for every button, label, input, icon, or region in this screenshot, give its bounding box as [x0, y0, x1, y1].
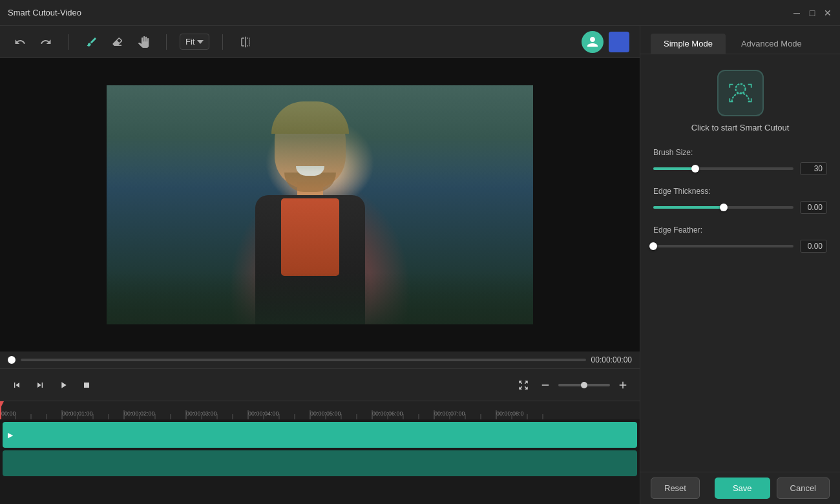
bg-trees: [107, 85, 533, 189]
undo-button[interactable]: [10, 32, 30, 52]
close-button[interactable]: ✕: [823, 8, 832, 17]
edge-thickness-control: Edge Thickness: 0.00: [653, 187, 827, 214]
history-tools: [10, 32, 56, 52]
reset-button[interactable]: Reset: [651, 478, 700, 499]
brush-size-label: Brush Size:: [653, 148, 827, 157]
brush-size-slider[interactable]: [653, 167, 793, 170]
zoom-in-button[interactable]: [614, 376, 632, 394]
cutout-label: Click to start Smart Cutout: [691, 123, 790, 132]
video-canvas: [0, 58, 640, 352]
separator-2: [166, 34, 167, 50]
seek-row: 00:00:00:00: [0, 352, 640, 368]
editor-panel: Fit: [0, 26, 640, 504]
right-panel: Simple Mode Advanced Mode Click to start…: [640, 26, 840, 504]
brush-size-fill: [653, 167, 695, 170]
separator-3: [222, 34, 223, 50]
edge-feather-value[interactable]: 0.00: [800, 240, 827, 253]
brush-size-value[interactable]: 30: [800, 162, 827, 175]
svg-rect-0: [84, 383, 89, 388]
zoom-controls: [514, 376, 632, 394]
advanced-mode-tab[interactable]: Advanced Mode: [728, 34, 815, 54]
edge-thickness-label: Edge Thickness:: [653, 187, 827, 196]
seek-bar[interactable]: [21, 359, 586, 361]
redo-button[interactable]: [36, 32, 56, 52]
fit-label: Fit: [185, 37, 194, 47]
edge-thickness-slider-row: 0.00: [653, 201, 827, 214]
edge-thickness-value[interactable]: 0.00: [800, 201, 827, 214]
cancel-button[interactable]: Cancel: [777, 478, 830, 499]
audio-track[interactable]: [3, 450, 637, 476]
bottom-bar: Reset Save Cancel: [640, 472, 840, 504]
fit-dropdown[interactable]: Fit: [180, 34, 209, 50]
video-track[interactable]: ▶: [3, 422, 637, 448]
blue-color-button[interactable]: [609, 32, 629, 52]
time-display: 00:00:00:00: [591, 355, 632, 364]
video-track-icon: ▶: [8, 431, 13, 439]
action-buttons: Save Cancel: [715, 478, 830, 499]
brush-size-slider-row: 30: [653, 162, 827, 175]
spacer: [640, 258, 840, 472]
zoom-handle[interactable]: [581, 382, 587, 388]
brush-size-thumb[interactable]: [691, 165, 699, 173]
smart-cutout-button[interactable]: [717, 70, 764, 116]
timeline-ruler[interactable]: 00:00 00:00:01:00 00:00:02:00 00:00:03:0…: [0, 401, 640, 419]
edge-feather-label: Edge Feather:: [653, 226, 827, 235]
pan-button[interactable]: [134, 32, 153, 52]
save-button[interactable]: Save: [715, 478, 770, 499]
expand-button[interactable]: [514, 376, 532, 394]
edge-feather-slider-row: 0.00: [653, 240, 827, 253]
person-color-button[interactable]: [582, 31, 604, 53]
edge-thickness-thumb[interactable]: [720, 204, 728, 211]
edge-thickness-slider[interactable]: [653, 206, 793, 209]
bg-ground: [107, 273, 533, 324]
toolbar: Fit: [0, 26, 640, 58]
separator-1: [68, 34, 69, 50]
edge-feather-thumb[interactable]: [649, 242, 657, 250]
zoom-slider[interactable]: [558, 384, 610, 386]
minimize-button[interactable]: ─: [792, 8, 801, 17]
stop-button[interactable]: [78, 376, 96, 394]
simple-mode-tab[interactable]: Simple Mode: [651, 34, 726, 54]
mode-tabs: Simple Mode Advanced Mode: [640, 26, 840, 54]
timeline-area: 00:00 00:00:01:00 00:00:02:00 00:00:03:0…: [0, 401, 640, 504]
svg-point-37: [735, 84, 745, 94]
edge-feather-slider[interactable]: [653, 245, 793, 247]
main-content: Fit: [0, 26, 840, 504]
maximize-button[interactable]: □: [808, 8, 817, 17]
play-slow-button[interactable]: [31, 376, 49, 394]
cutout-icon-area: Click to start Smart Cutout: [640, 54, 840, 143]
video-frame: [107, 85, 533, 324]
titlebar: Smart Cutout-Video ─ □ ✕: [0, 0, 840, 26]
tick-marks: [0, 401, 640, 419]
seek-handle[interactable]: [8, 356, 16, 364]
controls-section: Brush Size: 30 Edge Thickness:: [640, 143, 840, 258]
play-button[interactable]: [54, 376, 72, 394]
eraser-button[interactable]: [108, 32, 127, 52]
brush-size-control: Brush Size: 30: [653, 148, 827, 175]
draw-tools: [82, 32, 153, 52]
window-controls: ─ □ ✕: [792, 8, 832, 17]
brush-button[interactable]: [82, 32, 101, 52]
timeline-tracks: ▶: [0, 419, 640, 504]
playback-bar: [0, 368, 640, 401]
app-title: Smart Cutout-Video: [8, 8, 81, 17]
color-tools: [582, 31, 629, 53]
zoom-out-button[interactable]: [536, 376, 554, 394]
edge-thickness-fill: [653, 206, 724, 209]
flip-button[interactable]: [236, 32, 255, 52]
edge-feather-control: Edge Feather: 0.00: [653, 226, 827, 253]
step-back-button[interactable]: [8, 376, 26, 394]
